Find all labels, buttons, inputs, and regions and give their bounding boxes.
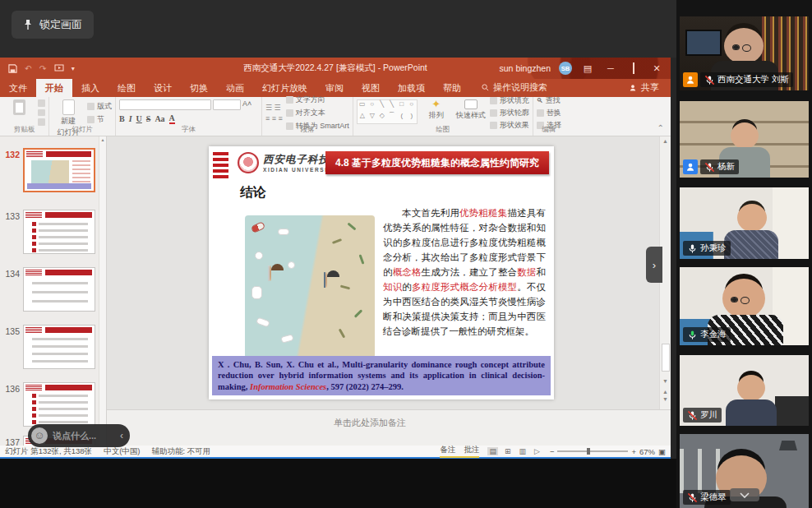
participant-tile-5[interactable]: 梁德翠 [680,434,809,508]
fit-slide-icon[interactable]: ▣ [658,447,666,456]
bold-button[interactable]: B [119,114,125,123]
shape-glyph-4[interactable]: □ [397,100,407,112]
quick-styles-button[interactable]: 快速样式 [455,99,487,121]
ribbon-tab-2[interactable]: 插入 [72,79,108,97]
cut-icon[interactable] [38,99,45,107]
section-button[interactable]: 节 [87,114,112,125]
slide-number: 132 [0,148,20,192]
grow-font-icon[interactable]: A˄ [242,99,251,110]
replace-button[interactable]: 替换 [537,108,561,118]
ribbon-tab-5[interactable]: 切换 [181,79,217,97]
scroll-up-icon[interactable]: ▲ [660,138,671,144]
prev-next-slide-icons[interactable]: ▲▼ [660,388,671,403]
redo-icon[interactable]: ↷ [39,63,47,73]
font-name-box[interactable] [119,99,211,110]
ribbon-tab-10[interactable]: 加载项 [389,79,434,97]
shape-glyph-10[interactable]: ( [397,112,407,123]
language-indicator[interactable]: 中文(中国) [104,446,140,457]
change-case-button[interactable]: Aa [155,114,164,123]
layout-button[interactable]: 版式 [87,101,112,112]
emoji-icon[interactable]: ☺ [31,427,48,444]
zoom-level[interactable]: 67% [639,447,655,456]
bullets-icon[interactable]: ☰ ☰ [265,104,283,112]
reading-view-icon[interactable]: ▥ [517,447,528,455]
participant-tile-4[interactable]: 罗川 [680,355,809,426]
slideshow-view-icon[interactable]: ▷ [533,447,542,455]
paste-button[interactable] [3,99,35,115]
zoom-slider[interactable] [557,450,628,452]
thumbnails-scrollbar[interactable]: ▴ [99,136,106,446]
ribbon-tab-9[interactable]: 视图 [353,79,389,97]
save-icon[interactable] [8,64,17,73]
align-text-button[interactable]: 对齐文本 [286,108,349,118]
slide-thumbnail-136[interactable] [23,382,95,427]
scroll-down-icon[interactable]: ▼ [660,378,671,384]
normal-view-icon[interactable]: ▤ [487,447,498,455]
slide-thumbnail-133[interactable] [23,210,95,254]
ribbon-display-icon[interactable]: ▤ [580,63,595,74]
shape-glyph-0[interactable]: ▭ [358,100,367,112]
restore-button[interactable] [626,63,641,73]
shape-glyph-2[interactable]: ╲ [377,100,387,112]
shape-fill-button[interactable]: 形状填充 [490,95,529,106]
copy-icon[interactable] [38,109,45,117]
slide-sorter-icon[interactable]: ⊞ [503,447,513,455]
shape-glyph-5[interactable]: ○ [407,100,417,112]
chat-input-bar[interactable]: ☺ 说点什么... ‹ [28,424,130,447]
zoom-out-icon[interactable]: − [550,447,555,456]
close-button[interactable]: ✕ [649,63,664,74]
chevron-down-icon[interactable] [730,488,759,501]
shape-glyph-3[interactable]: ╲ [387,100,397,112]
font-size-box[interactable] [213,99,241,110]
notes-toggle[interactable]: 备注 [440,445,455,455]
shape-glyph-8[interactable]: ◇ [377,112,387,123]
slide-132[interactable]: 西安电子科技大学 XIDIAN UNIVERSITY 4.8 基于多粒度优势粗糙… [209,146,554,399]
font-color-button[interactable]: A [169,113,175,124]
arrange-button[interactable]: ✦ 排列 [421,99,452,121]
lock-screen-button[interactable]: 锁定画面 [12,11,94,39]
chat-placeholder[interactable]: 说点什么... [53,430,96,442]
participant-tile-2[interactable]: 孙秉珍 [680,187,809,259]
align-icons[interactable]: ≡ ≡ ≡ [265,114,283,122]
ribbon-tab-0[interactable]: 文件 [0,79,36,97]
ribbon-tab-11[interactable]: 帮助 [434,79,470,97]
shape-glyph-7[interactable]: ▽ [367,112,377,123]
zoom-knob[interactable] [587,448,590,455]
strikethrough-button[interactable]: S [146,114,151,123]
participant-tile-1[interactable]: 杨新 [680,101,809,178]
notes-pane[interactable]: 单击此处添加备注 [107,409,671,446]
italic-button[interactable]: I [129,114,132,123]
shapes-gallery[interactable]: ▭○╲╲□○△▽◇⌒() [357,99,418,124]
slide-thumbnail-135[interactable] [23,325,95,369]
participant-tile-3[interactable]: 李金海 [680,267,809,345]
ribbon-tab-4[interactable]: 设计 [145,79,181,97]
accessibility-status[interactable]: 辅助功能: 不可用 [151,446,210,457]
collapse-ribbon-icon[interactable]: ⌃ [651,123,671,136]
slide-thumbnail-134[interactable] [23,267,95,312]
shape-glyph-1[interactable]: ○ [367,100,377,112]
account-avatar[interactable]: SB [559,62,572,75]
ribbon-tab-1[interactable]: 开始 [36,79,72,97]
slide-thumbnail-132[interactable] [23,148,95,192]
undo-icon[interactable]: ↶ [25,63,32,73]
minimize-button[interactable]: ─ [603,63,618,73]
ribbon-tab-3[interactable]: 绘图 [108,79,145,97]
participant-tile-0[interactable]: 西南交通大学 刘斯 [680,16,809,90]
account-name[interactable]: sun bingzhen [500,63,551,73]
shape-outline-button[interactable]: 形状轮廓 [490,108,529,118]
share-button[interactable]: 共享 [617,81,671,97]
ribbon-tab-6[interactable]: 动画 [217,79,253,97]
panel-expand-handle[interactable]: › [646,247,662,283]
underline-button[interactable]: U [136,114,142,123]
shape-glyph-9[interactable]: ⌒ [387,112,397,123]
comments-toggle[interactable]: 批注 [464,445,479,455]
zoom-in-icon[interactable]: + [631,447,636,456]
scrollbar-thumb[interactable] [662,344,670,372]
text-direction-button[interactable]: 文字方向 [286,95,349,105]
shape-glyph-6[interactable]: △ [358,112,367,123]
find-button[interactable]: 🔍︎查找 [537,95,561,106]
slideshow-icon[interactable] [54,64,64,72]
shape-glyph-11[interactable]: ) [407,112,417,123]
qat-dropdown-icon[interactable]: ▾ [72,65,75,72]
chat-collapse-icon[interactable]: ‹ [120,430,123,441]
